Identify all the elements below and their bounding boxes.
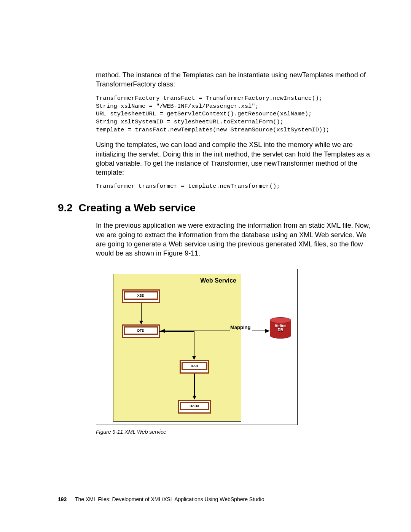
dad-node: DAD	[180, 360, 209, 374]
web-service-container: Web Service XSD DTD DAD DADX	[113, 274, 241, 422]
section-heading: 9.2 Creating a Web service	[58, 202, 373, 214]
paragraph: method. The instance of the Templates ca…	[96, 70, 373, 89]
section-title: Creating a Web service	[79, 202, 196, 214]
code-block: TransformerFactory transFact = Transform…	[96, 94, 373, 134]
page-number: 192	[58, 496, 67, 502]
db-label-line1: Airline	[274, 324, 286, 328]
dadx-label: DADX	[180, 402, 209, 410]
paragraph: In the previous application we were extr…	[96, 221, 373, 258]
dadx-node: DADX	[178, 400, 211, 414]
arrow-dad-to-dadx	[193, 374, 196, 400]
dtd-label: DTD	[124, 326, 158, 335]
xsd-label: XSD	[124, 291, 158, 300]
figure-caption: Figure 9-11 XML Web service	[96, 429, 373, 435]
dad-label: DAD	[182, 362, 207, 370]
svg-marker-1	[139, 321, 143, 324]
footer-title: The XML Files: Development of XML/XSL Ap…	[75, 496, 264, 502]
xsd-node: XSD	[122, 289, 160, 303]
paragraph: Using the templates, we can load and com…	[96, 140, 373, 177]
svg-marker-4	[192, 356, 196, 360]
arrow-mapping-to-dtd	[160, 329, 230, 333]
svg-marker-10	[265, 329, 270, 333]
dtd-node: DTD	[122, 324, 160, 338]
web-service-title: Web Service	[200, 277, 236, 284]
arrow-xsd-to-dtd	[139, 303, 143, 324]
figure-diagram: Web Service XSD DTD DAD DADX	[96, 269, 298, 425]
arrow-dtd-to-dad	[159, 331, 201, 362]
svg-marker-8	[160, 329, 165, 333]
code-block: Transformer transformer = template.newTr…	[96, 182, 373, 190]
mapping-label: Mapping	[230, 324, 250, 330]
arrow-mapping-to-db	[252, 329, 270, 333]
page-footer: 192 The XML Files: Development of XML/XS…	[58, 496, 264, 502]
database-icon: Airline DB	[270, 317, 291, 339]
db-label-line2: DB	[278, 328, 283, 332]
svg-marker-6	[193, 396, 196, 399]
section-number: 9.2	[58, 202, 73, 214]
